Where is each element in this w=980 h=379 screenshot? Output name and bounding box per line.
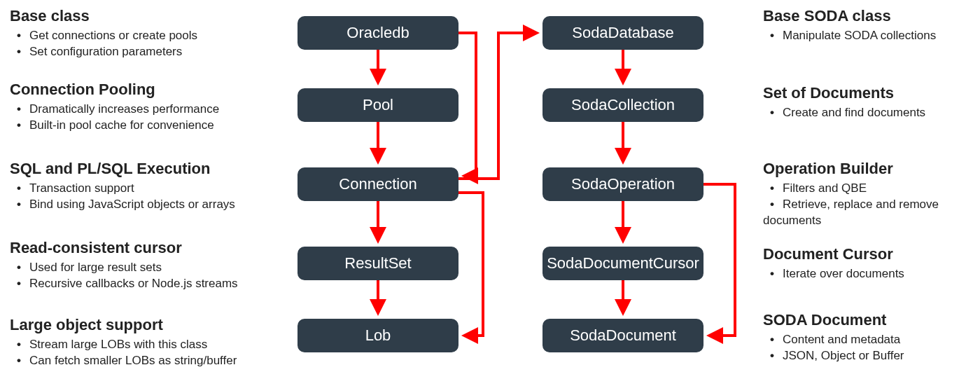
node-sodacollection: SodaCollection — [542, 88, 704, 122]
node-label: SodaDatabase — [572, 24, 674, 42]
bullet-list: Manipulate SODA collections — [763, 28, 973, 44]
text-lob: Large object support Stream large LOBs w… — [10, 316, 290, 369]
node-sodadatabase: SodaDatabase — [542, 16, 704, 50]
text-setdocs: Set of Documents Create and find documen… — [763, 84, 973, 121]
bullet: Set configuration parameters — [10, 44, 290, 60]
heading: Set of Documents — [763, 84, 973, 102]
text-baseclass: Base class Get connections or create poo… — [10, 7, 290, 60]
heading: Large object support — [10, 316, 290, 334]
heading: Base SODA class — [763, 7, 973, 25]
bullet-list: Transaction support Bind using JavaScrip… — [10, 181, 290, 213]
node-label: SodaCollection — [571, 96, 675, 114]
bullet: Built-in pool cache for convenience — [10, 118, 290, 134]
node-oracledb: Oracledb — [298, 16, 458, 50]
bullet-list: Stream large LOBs with this class Can fe… — [10, 337, 290, 369]
heading: Operation Builder — [763, 160, 973, 178]
bullet-list: Get connections or create pools Set conf… — [10, 28, 290, 60]
bullet: Get connections or create pools — [10, 28, 290, 44]
heading: SQL and PL/SQL Execution — [10, 160, 290, 178]
bullet-list: Create and find documents — [763, 105, 973, 121]
arrow-connection-lob — [458, 193, 483, 336]
node-connection: Connection — [298, 167, 458, 201]
bullet: Iterate over documents — [763, 266, 973, 282]
bullet: Manipulate SODA collections — [763, 28, 973, 44]
node-label: Pool — [363, 96, 393, 114]
node-label: Connection — [339, 175, 416, 193]
text-cursor: Read-consistent cursor Used for large re… — [10, 239, 290, 292]
heading: Connection Pooling — [10, 81, 290, 99]
text-pooling: Connection Pooling Dramatically increase… — [10, 81, 290, 134]
node-label: ResultSet — [344, 254, 411, 273]
bullet: Bind using JavaScript objects or arrays — [10, 197, 290, 213]
node-label: SodaOperation — [571, 175, 675, 193]
bullet: Retrieve, replace and remove documents — [763, 197, 973, 229]
node-label: Lob — [365, 326, 391, 345]
heading: SODA Document — [763, 311, 973, 329]
text-sql: SQL and PL/SQL Execution Transaction sup… — [10, 160, 290, 213]
bullet: Content and metadata — [763, 332, 973, 348]
bullet-list: Content and metadata JSON, Object or Buf… — [763, 332, 973, 364]
bullet-list: Used for large result sets Recursive cal… — [10, 260, 290, 292]
node-pool: Pool — [298, 88, 458, 122]
bullet: Can fetch smaller LOBs as string/buffer — [10, 353, 290, 369]
arrow-connection-sodadatabase — [458, 33, 537, 179]
node-resultset: ResultSet — [298, 247, 458, 280]
node-label: Oracledb — [346, 24, 409, 42]
bullet: JSON, Object or Buffer — [763, 348, 973, 364]
node-sodaoperation: SodaOperation — [542, 167, 704, 201]
heading: Read-consistent cursor — [10, 239, 290, 257]
bullet: Used for large result sets — [10, 260, 290, 276]
node-lob: Lob — [298, 319, 458, 352]
node-label: SodaDocument — [570, 326, 676, 345]
bullet: Recursive callbacks or Node.js streams — [10, 276, 290, 292]
bullet-list: Iterate over documents — [763, 266, 973, 282]
node-sodadocumentcursor: SodaDocumentCursor — [542, 247, 704, 280]
bullet-list: Dramatically increases performance Built… — [10, 102, 290, 134]
text-opbuilder: Operation Builder Filters and QBE Retrie… — [763, 160, 973, 229]
text-sodadoc: SODA Document Content and metadata JSON,… — [763, 311, 973, 364]
text-basesoda: Base SODA class Manipulate SODA collecti… — [763, 7, 973, 44]
bullet: Dramatically increases performance — [10, 102, 290, 118]
node-label: SodaDocumentCursor — [547, 254, 699, 273]
arrow-oracledb-connection — [458, 33, 476, 176]
arrow-sodaoperation-sodadocument — [704, 184, 735, 336]
heading: Base class — [10, 7, 290, 25]
node-sodadocument: SodaDocument — [542, 319, 704, 352]
bullet: Stream large LOBs with this class — [10, 337, 290, 353]
heading: Document Cursor — [763, 245, 973, 263]
bullet: Create and find documents — [763, 105, 973, 121]
text-doccursor: Document Cursor Iterate over documents — [763, 245, 973, 282]
bullet: Filters and QBE — [763, 181, 973, 197]
bullet-list: Filters and QBE Retrieve, replace and re… — [763, 181, 973, 229]
bullet: Transaction support — [10, 181, 290, 197]
